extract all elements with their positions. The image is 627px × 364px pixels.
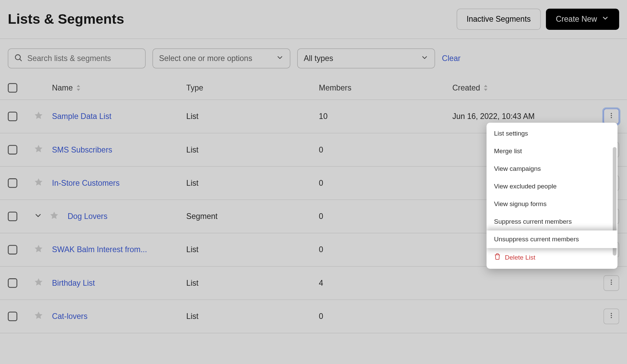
dropdown-item[interactable]: View campaigns: [487, 160, 618, 178]
dropdown-item[interactable]: Suppress current members: [487, 213, 618, 230]
expand-chevron-icon[interactable]: [34, 213, 43, 222]
dropdown-item[interactable]: List settings: [487, 125, 618, 142]
list-name-link[interactable]: Dog Lovers: [68, 212, 108, 221]
chevron-down-icon: [601, 14, 609, 24]
table-row: Birthday ListList4: [0, 267, 627, 300]
svg-point-20: [611, 315, 612, 316]
column-type-header: Type: [186, 83, 319, 93]
page-title: Lists & Segments: [8, 11, 124, 27]
list-members: 0: [319, 145, 452, 154]
row-checkbox[interactable]: [8, 211, 17, 221]
list-type: List: [186, 279, 319, 288]
star-icon[interactable]: [34, 146, 43, 155]
list-members: 10: [319, 112, 452, 121]
list-type: List: [186, 145, 319, 154]
types-placeholder: All types: [304, 54, 333, 63]
list-name-link[interactable]: In-Store Customers: [52, 179, 119, 188]
list-name-link[interactable]: Birthday List: [52, 279, 95, 288]
list-members: 0: [319, 212, 452, 221]
inactive-segments-button[interactable]: Inactive Segments: [457, 9, 541, 30]
column-members-header: Members: [319, 83, 452, 93]
dropdown-item-label: Delete List: [505, 254, 535, 261]
sort-icon: [76, 85, 81, 91]
chevron-down-icon: [276, 54, 284, 63]
svg-point-2: [611, 115, 612, 116]
list-type: List: [186, 245, 319, 254]
dropdown-item[interactable]: Delete List: [487, 248, 618, 267]
list-type: Segment: [186, 212, 319, 221]
create-new-label: Create New: [556, 15, 597, 24]
svg-point-18: [611, 283, 612, 284]
dropdown-item[interactable]: View excluded people: [487, 178, 618, 195]
dropdown-item-label: Merge list: [494, 147, 522, 155]
dropdown-item[interactable]: Merge list: [487, 142, 618, 160]
dropdown-item-label: View excluded people: [494, 183, 557, 190]
list-type: List: [186, 312, 319, 321]
svg-point-21: [611, 317, 612, 318]
types-select[interactable]: All types: [297, 48, 435, 68]
list-members: 4: [319, 279, 452, 288]
svg-point-17: [611, 281, 612, 282]
tags-placeholder: Select one or more options: [159, 54, 252, 63]
dropdown-item-label: Unsuppress current members: [494, 236, 579, 243]
star-icon[interactable]: [34, 113, 43, 122]
list-name-link[interactable]: Cat-lovers: [52, 312, 88, 321]
table-row: Cat-loversList0: [0, 300, 627, 333]
list-type: List: [186, 112, 319, 121]
dropdown-item-label: View campaigns: [494, 165, 541, 173]
more-vertical-icon: [608, 312, 615, 321]
dropdown-item-label: View signup forms: [494, 200, 547, 208]
search-icon: [14, 53, 23, 64]
svg-point-16: [611, 279, 612, 280]
list-members: 0: [319, 179, 452, 188]
row-checkbox[interactable]: [8, 112, 17, 121]
row-actions-button[interactable]: [604, 109, 619, 124]
column-name-label: Name: [52, 83, 73, 93]
table-header: Name Type Members Created: [0, 76, 627, 100]
clear-filters-link[interactable]: Clear: [442, 54, 461, 63]
search-input[interactable]: [8, 48, 146, 68]
star-icon[interactable]: [34, 313, 43, 322]
trash-icon: [494, 253, 501, 262]
list-name-link[interactable]: Sample Data List: [52, 112, 111, 121]
select-all-checkbox[interactable]: [8, 83, 17, 93]
column-name-header[interactable]: Name: [52, 83, 186, 93]
row-actions-button[interactable]: [604, 275, 619, 291]
row-checkbox[interactable]: [8, 145, 17, 155]
dropdown-item-label: Suppress current members: [494, 218, 572, 225]
list-created: Jun 16, 2022, 10:43 AM: [452, 112, 593, 121]
svg-point-19: [611, 313, 612, 314]
tags-select[interactable]: Select one or more options: [153, 48, 290, 68]
list-members: 0: [319, 245, 452, 254]
list-name-link[interactable]: SWAK Balm Interest from...: [52, 245, 147, 254]
star-icon[interactable]: [34, 246, 43, 255]
more-vertical-icon: [608, 279, 615, 288]
chevron-down-icon: [421, 54, 429, 63]
row-checkbox[interactable]: [8, 311, 17, 321]
row-actions-button[interactable]: [604, 309, 619, 324]
column-created-header[interactable]: Created: [452, 83, 593, 93]
svg-point-1: [611, 113, 612, 114]
row-checkbox[interactable]: [8, 178, 17, 188]
dropdown-item[interactable]: Unsuppress current members: [487, 230, 618, 248]
row-checkbox[interactable]: [8, 245, 17, 255]
list-name-link[interactable]: SMS Subscribers: [52, 145, 112, 154]
star-icon[interactable]: [34, 180, 43, 189]
create-new-button[interactable]: Create New: [546, 9, 619, 30]
list-members: 0: [319, 312, 452, 321]
dropdown-item[interactable]: View signup forms: [487, 195, 618, 213]
dropdown-item-label: List settings: [494, 130, 528, 137]
svg-point-0: [15, 55, 20, 60]
sort-icon: [483, 85, 488, 91]
more-vertical-icon: [608, 112, 615, 121]
list-type: List: [186, 179, 319, 188]
column-created-label: Created: [452, 83, 480, 93]
row-actions-dropdown: List settingsMerge listView campaignsVie…: [487, 123, 618, 269]
star-icon[interactable]: [50, 213, 59, 222]
svg-point-3: [611, 117, 612, 118]
star-icon[interactable]: [34, 280, 43, 289]
row-checkbox[interactable]: [8, 278, 17, 288]
